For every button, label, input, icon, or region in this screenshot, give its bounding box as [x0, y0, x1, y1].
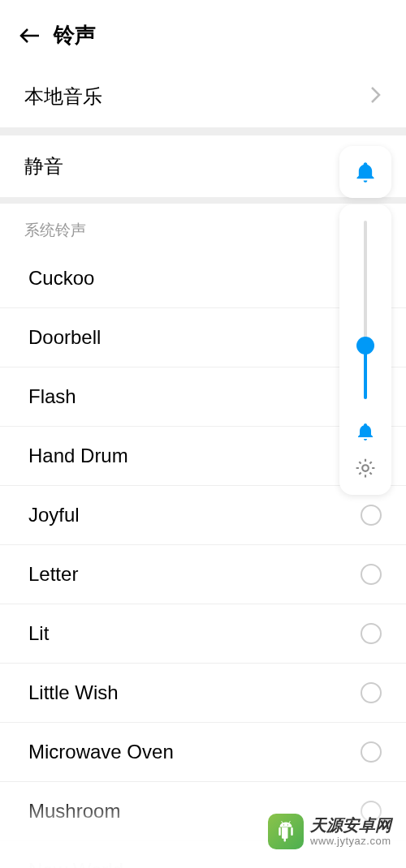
ringtone-item[interactable]: Microwave Oven	[0, 723, 406, 782]
ringtone-name: Mushroom	[28, 800, 120, 823]
ringtone-item[interactable]: Mushroom	[0, 782, 406, 841]
radio-unchecked-icon	[361, 682, 382, 703]
ringtone-item[interactable]: Letter	[0, 545, 406, 604]
chevron-right-icon	[370, 86, 382, 107]
radio-unchecked-icon	[361, 741, 382, 763]
ringtone-name: Flash	[28, 385, 76, 408]
ringtone-name: Lit	[28, 622, 49, 645]
ringtone-item[interactable]: Little Wish	[0, 664, 406, 723]
ringtone-name: Hand Drum	[28, 445, 128, 467]
radio-unchecked-icon	[361, 564, 382, 585]
volume-slider-card	[339, 204, 391, 495]
arrow-left-icon	[19, 27, 41, 45]
ringtone-name: Little Wish	[28, 681, 119, 704]
ringtone-name: Doorbell	[28, 326, 101, 349]
radio-unchecked-icon	[361, 505, 382, 526]
ringtone-name: Joyful	[28, 504, 80, 526]
volume-stream-icon[interactable]	[356, 422, 375, 445]
radio-unchecked-icon	[361, 801, 382, 822]
ringtone-item[interactable]: Lit	[0, 604, 406, 664]
page-title: 铃声	[54, 21, 96, 49]
ringtone-name: Microwave Oven	[28, 741, 174, 763]
volume-mode-button[interactable]	[339, 146, 391, 198]
ringtone-item[interactable]: New World	[0, 841, 406, 868]
volume-panel	[339, 146, 391, 495]
slider-thumb[interactable]	[356, 337, 374, 355]
divider	[0, 127, 406, 135]
bell-icon	[354, 161, 377, 183]
page-header: 铃声	[0, 0, 406, 66]
svg-point-1	[362, 465, 369, 471]
volume-slider[interactable]	[364, 221, 367, 399]
silent-label: 静音	[24, 155, 63, 177]
ringtone-name: Cuckoo	[28, 267, 94, 290]
ringtone-name: Letter	[28, 563, 78, 586]
gear-icon	[355, 458, 376, 479]
local-music-row[interactable]: 本地音乐	[0, 66, 406, 127]
ringtone-name: New World	[28, 859, 123, 868]
settings-button[interactable]	[355, 458, 376, 482]
local-music-label: 本地音乐	[24, 84, 102, 110]
radio-unchecked-icon	[361, 623, 382, 644]
bell-icon	[356, 422, 375, 441]
back-button[interactable]	[16, 24, 44, 47]
